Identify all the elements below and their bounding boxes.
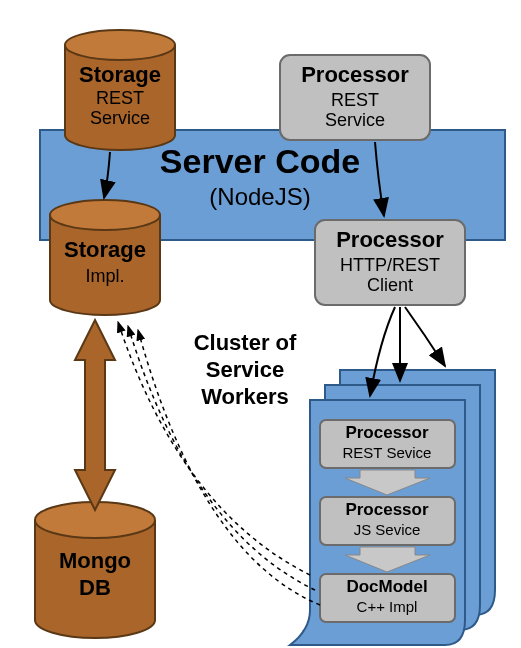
worker-box-docmodel: DocModel C++ Impl (320, 574, 455, 622)
mongo-line1: Mongo (59, 548, 131, 573)
worker-doc-title: DocModel (346, 577, 427, 596)
storage-impl-cylinder: Storage Impl. (50, 200, 160, 315)
worker-rest-sub: REST Sevice (343, 444, 432, 461)
storage-rest-line1: REST (96, 88, 144, 108)
processor-client-line2: Client (367, 275, 413, 295)
storage-impl-title: Storage (64, 237, 146, 262)
worker-box-rest: Processor REST Sevice (320, 420, 455, 468)
server-code-title: Server Code (160, 142, 360, 180)
processor-rest-line1: REST (331, 90, 379, 110)
worker-js-sub: JS Sevice (354, 521, 421, 538)
server-code-subtitle: (NodeJS) (209, 183, 310, 210)
worker-box-js: Processor JS Sevice (320, 497, 455, 545)
cluster-label-3: Workers (201, 384, 289, 409)
processor-client-line1: HTTP/REST (340, 255, 440, 275)
worker-js-title: Processor (345, 500, 429, 519)
svg-point-0 (65, 30, 175, 60)
mongo-cylinder: Mongo DB (35, 502, 155, 638)
arrow-client-to-worker-3 (405, 307, 445, 366)
processor-rest-line2: Service (325, 110, 385, 130)
processor-rest-title: Processor (301, 62, 409, 87)
processor-client-box: Processor HTTP/REST Client (315, 220, 465, 305)
storage-rest-line2: Service (90, 108, 150, 128)
processor-client-title: Processor (336, 227, 444, 252)
worker-rest-title: Processor (345, 423, 429, 442)
storage-rest-cylinder: Storage REST Service (65, 30, 175, 150)
processor-rest-box: Processor REST Service (280, 55, 430, 140)
cluster-label-1: Cluster of (194, 330, 297, 355)
mongo-line2: DB (79, 575, 111, 600)
double-arrow-brown (75, 320, 115, 510)
svg-point-3 (50, 200, 160, 230)
cluster-label-2: Service (206, 357, 284, 382)
storage-impl-line1: Impl. (85, 266, 124, 286)
storage-rest-title: Storage (79, 62, 161, 87)
worker-doc-sub: C++ Impl (357, 598, 418, 615)
